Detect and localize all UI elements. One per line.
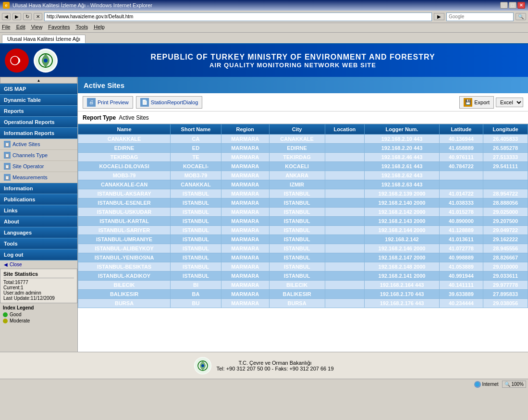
sidebar-scroll-up[interactable]: ▲ xyxy=(0,77,77,84)
table-cell: KOCAELI-DILOVASI xyxy=(78,162,171,171)
refresh-button[interactable]: ↻ xyxy=(23,13,32,20)
sidebar-item-about[interactable]: About xyxy=(0,216,77,227)
status-right: 🌐 Internet 🔍 100% xyxy=(474,381,527,388)
close-button[interactable]: ✕ xyxy=(517,2,525,9)
table-cell: BURSA xyxy=(78,299,171,308)
sidebar-item-reports[interactable]: Reports xyxy=(0,106,77,117)
table-cell: MARMARA xyxy=(221,162,269,171)
sidebar-item-measurements[interactable]: 📋 Measurements xyxy=(0,172,77,183)
table-cell: TE xyxy=(171,153,221,162)
menu-bar: File Edit View Favorites Tools Help xyxy=(0,23,528,33)
sidebar-item-dynamic-table[interactable]: Dynamic Table xyxy=(0,95,77,106)
table-cell: 192.168.2.142 xyxy=(365,235,440,244)
menu-favorites[interactable]: Favorites xyxy=(48,24,70,31)
table-cell: 29.033611 xyxy=(483,272,528,281)
search-box[interactable] xyxy=(446,12,514,21)
table-cell xyxy=(439,171,483,180)
sidebar-item-languages[interactable]: Languages xyxy=(0,227,77,238)
menu-tools[interactable]: Tools xyxy=(76,24,88,31)
table-cell: 192.168.2.62 443 xyxy=(365,171,440,180)
sidebar-item-active-sites[interactable]: 📋 Active Sites xyxy=(0,139,77,150)
address-bar[interactable] xyxy=(44,12,432,21)
export-label: Export xyxy=(474,99,490,105)
sidebar-item-gis-map[interactable]: GIS MAP xyxy=(0,84,77,95)
browser-tab[interactable]: Ulusal Hava Kalitesi İzleme Ağı xyxy=(2,35,86,43)
table-cell: 192.168.2.63 443 xyxy=(365,180,440,189)
table-row: ISTANBUL-KARTALISTANBULMARMARAISTANBUL19… xyxy=(78,217,528,226)
table-cell xyxy=(325,299,365,308)
table-cell: MOB3-79 xyxy=(171,171,221,180)
menu-edit[interactable]: Edit xyxy=(16,24,25,31)
table-cell xyxy=(325,281,365,290)
menu-file[interactable]: File xyxy=(2,24,11,31)
table-cell: 29.025000 xyxy=(483,208,528,217)
table-cell: 192.168.2.141 2000 xyxy=(365,272,440,281)
legend-good-dot xyxy=(3,312,8,317)
table-cell: CANAKKALE-CAN xyxy=(78,180,171,189)
stats-update: Last Update:11/12/2009 xyxy=(3,296,74,301)
sidebar-item-tools[interactable]: Tools xyxy=(0,238,77,249)
forward-button[interactable]: ▶ xyxy=(12,13,21,20)
header-banner: REPUBLIC OF TURKEY MINISTRY OF ENVIRONME… xyxy=(0,44,528,77)
sidebar-item-information[interactable]: Information xyxy=(0,183,77,194)
table-cell: BALIKESIR xyxy=(78,290,171,299)
table-cell: ISTANBUL xyxy=(269,217,325,226)
sidebar-item-logout[interactable]: Log out xyxy=(0,249,77,260)
stop-button[interactable]: ✕ xyxy=(34,13,42,20)
close-label: Close xyxy=(10,262,22,267)
table-row: ISTANBUL-BESIKTASISTANBULMARMARAISTANBUL… xyxy=(78,262,528,272)
maximize-button[interactable]: □ xyxy=(509,2,516,9)
table-cell: 40.991944 xyxy=(439,272,483,281)
search-button[interactable]: 🔍 xyxy=(516,13,526,20)
footer-line1: T.C. Çevre ve Orman Bakanlığı xyxy=(216,360,333,366)
toolbar-left: 🖨 Print Preview 📄 StationReportDialog xyxy=(83,96,202,109)
minimize-button[interactable]: _ xyxy=(500,2,508,9)
col-city: City xyxy=(269,124,325,135)
back-button[interactable]: ◀ xyxy=(2,13,11,20)
svg-point-6 xyxy=(44,59,48,62)
table-cell: 40.998889 xyxy=(439,253,483,262)
table-cell: BILECIK xyxy=(78,281,171,290)
page-header: Active Sites xyxy=(78,77,528,93)
table-row: CANAKKALE-CANCANAKKALMARMARAIZMIR192.168… xyxy=(78,180,528,189)
table-cell: ISTANBUL xyxy=(171,262,221,272)
table-cell: 39.633889 xyxy=(439,290,483,299)
sidebar-item-channels-type[interactable]: 📋 Channels Type xyxy=(0,150,77,161)
station-report-button[interactable]: 📄 StationReportDialog xyxy=(136,96,202,109)
sidebar-item-operational-reports[interactable]: Operational Reports xyxy=(0,117,77,128)
stats-total: Total:16777 xyxy=(3,280,74,285)
table-cell xyxy=(325,226,365,235)
table-cell: ISTANBUL-KARTAL xyxy=(78,217,171,226)
table-cell xyxy=(483,180,528,189)
table-cell xyxy=(325,171,365,180)
menu-help[interactable]: Help xyxy=(94,24,105,31)
table-cell: ISTANBUL xyxy=(171,198,221,208)
table-cell: ISTANBUL xyxy=(269,262,325,272)
sidebar-item-publications[interactable]: Publications xyxy=(0,194,77,205)
internet-badge: 🌐 Internet xyxy=(474,381,499,388)
main-content: Active Sites 🖨 Print Preview 📄 StationRe… xyxy=(78,77,528,352)
measurements-icon: 📋 xyxy=(4,174,11,181)
active-sites-icon: 📋 xyxy=(4,141,11,148)
export-format-select[interactable]: Excel xyxy=(496,98,523,107)
table-cell: 40.976111 xyxy=(439,153,483,162)
table-cell: KOCAELI- xyxy=(171,162,221,171)
go-button[interactable]: ▶ xyxy=(434,13,444,20)
data-table-container[interactable]: Name Short Name Region City Location Log… xyxy=(78,124,528,352)
table-cell: ISTANBUL-SARIYER xyxy=(78,226,171,235)
table-cell: ED xyxy=(171,144,221,153)
index-legend: Index Legend Good Moderate xyxy=(0,303,77,326)
table-cell: 192.168.2.140 2000 xyxy=(365,198,440,208)
sidebar-item-information-reports[interactable]: Information Reports xyxy=(0,128,77,139)
print-preview-button[interactable]: 🖨 Print Preview xyxy=(83,96,133,109)
export-button[interactable]: 💾 Export xyxy=(459,96,494,109)
table-cell: BA xyxy=(171,290,221,299)
sidebar: ▲ GIS MAP Dynamic Table Reports Operatio… xyxy=(0,77,78,352)
table-cell: MARMARA xyxy=(221,144,269,153)
sidebar-item-links[interactable]: Links xyxy=(0,205,77,216)
menu-view[interactable]: View xyxy=(31,24,43,31)
table-cell: 26.405833 xyxy=(483,135,528,144)
sidebar-close[interactable]: ◀ Close xyxy=(0,260,77,269)
table-cell: BILECIK xyxy=(269,281,325,290)
sidebar-item-site-operator[interactable]: 📋 Site Operator xyxy=(0,161,77,172)
